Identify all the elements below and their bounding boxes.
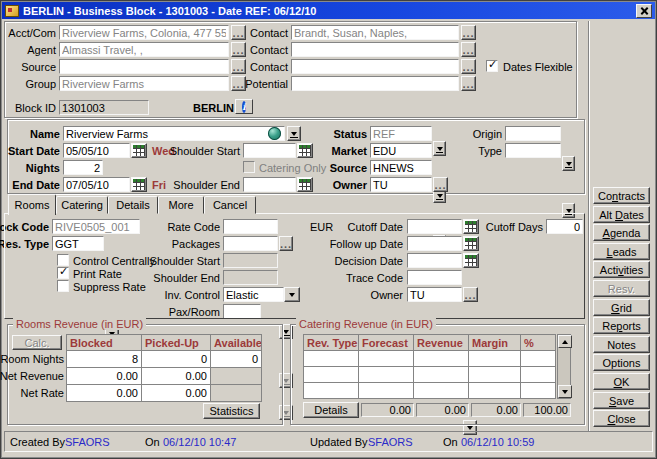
application-icon <box>5 5 19 17</box>
details-button[interactable]: Details <box>303 402 359 418</box>
market-input[interactable] <box>370 143 432 158</box>
shoulder-start-calendar-button[interactable] <box>297 143 313 158</box>
block-id-label: Block ID <box>15 102 56 115</box>
property-info-button[interactable]: i <box>235 99 253 114</box>
contact2-lov-button[interactable]: ... <box>461 42 476 57</box>
scroll-up-button[interactable] <box>558 335 572 348</box>
tab-cancel[interactable]: Cancel <box>204 196 256 214</box>
scroll-down-button[interactable] <box>558 385 572 398</box>
agent-label: Agent <box>27 44 56 57</box>
agenda-button[interactable]: Agenda <box>593 224 650 241</box>
catering-table-scrollbar[interactable] <box>557 334 571 399</box>
block-source-label: Source <box>330 162 367 175</box>
activities-button[interactable]: Activities <box>593 261 650 278</box>
statistics-button[interactable]: Statistics <box>203 403 260 419</box>
tab-catering[interactable]: Catering <box>56 196 108 214</box>
ellipsis-icon: ... <box>232 47 244 53</box>
type-label: Type <box>478 145 502 158</box>
net-rate-picked-up-cell[interactable]: 0.00 <box>142 385 210 401</box>
end-date-calendar-button[interactable] <box>131 177 147 192</box>
tab-rooms[interactable]: Rooms <box>8 194 56 215</box>
rooms-tab-panel <box>4 213 585 319</box>
created-on-label: On <box>145 436 160 449</box>
name-input[interactable] <box>63 126 285 141</box>
room-nights-row-label: Room Nights <box>0 353 64 366</box>
block-owner-input[interactable] <box>370 177 432 192</box>
group-input[interactable] <box>59 76 229 91</box>
column-header-revenue: Revenue <box>414 335 468 350</box>
tab-details[interactable]: Details <box>108 196 158 214</box>
name-list-button[interactable] <box>287 126 301 141</box>
start-date-calendar-button[interactable] <box>131 143 147 158</box>
room-nights-blocked-cell[interactable]: 8 <box>67 351 141 367</box>
ok-button[interactable]: OK <box>593 373 650 390</box>
net-revenue-blocked-cell[interactable]: 0.00 <box>67 368 141 384</box>
window-title: BERLIN - Business Block - 1301003 - Date… <box>23 5 316 17</box>
source-input[interactable] <box>59 59 229 74</box>
acct-com-lov-button[interactable]: ... <box>231 25 246 40</box>
contact3-lov-button[interactable]: ... <box>461 59 476 74</box>
save-button[interactable]: Save <box>593 392 650 409</box>
catering-cell <box>469 367 520 382</box>
agent-lov-button[interactable]: ... <box>231 42 246 57</box>
updated-on-value: 06/12/10 10:59 <box>461 436 534 449</box>
type-input[interactable] <box>505 143 561 158</box>
source-lov-button[interactable]: ... <box>231 59 246 74</box>
window-close-button[interactable] <box>636 4 652 18</box>
shoulder-end-calendar-button[interactable] <box>297 177 313 192</box>
leads-button[interactable]: Leads <box>593 243 650 260</box>
block-id-field <box>59 100 149 115</box>
title-bar: BERLIN - Business Block - 1301003 - Date… <box>2 2 655 19</box>
status-input[interactable] <box>370 126 432 141</box>
tab-more[interactable]: More <box>158 196 204 214</box>
block-owner-lov-button[interactable]: ... <box>433 177 448 192</box>
property-name: BERLIN <box>193 102 234 115</box>
nights-input[interactable] <box>63 160 103 175</box>
potential-label: Potential <box>245 78 288 91</box>
catering-cell <box>359 367 413 382</box>
grid-button[interactable]: Grid <box>593 299 650 316</box>
contact2-input[interactable] <box>291 42 459 57</box>
close-button[interactable]: Close <box>593 410 650 427</box>
globe-icon <box>268 127 281 140</box>
dates-flexible-checkbox[interactable] <box>486 60 498 72</box>
rooms-revenue-table: Blocked Picked-Up Available 8 0 0 0.00 0… <box>66 334 262 402</box>
end-date-label: End Date <box>12 179 60 192</box>
column-header-picked-up: Picked-Up <box>142 335 210 350</box>
reports-button[interactable]: Reports <box>593 317 650 334</box>
group-lov-button[interactable]: ... <box>231 76 246 91</box>
potential-input[interactable] <box>291 76 459 91</box>
alt-dates-button[interactable]: Alt Dates <box>593 206 650 223</box>
agent-input[interactable] <box>59 42 229 57</box>
start-date-input[interactable] <box>63 143 130 158</box>
ellipsis-icon: ... <box>434 182 446 188</box>
net-revenue-picked-up-cell[interactable]: 0.00 <box>142 368 210 384</box>
origin-lov-button[interactable] <box>562 156 575 171</box>
ellipsis-icon: ... <box>462 81 474 87</box>
block-source-input[interactable] <box>370 160 432 175</box>
status-lov-button[interactable] <box>433 141 446 156</box>
net-rate-blocked-cell[interactable]: 0.00 <box>67 385 141 401</box>
ellipsis-icon: ... <box>232 81 244 87</box>
contact3-input[interactable] <box>291 59 459 74</box>
catering-only-label: Catering Only <box>259 162 326 175</box>
shoulder-end-input[interactable] <box>243 177 296 192</box>
column-header-available: Available <box>211 335 261 350</box>
ellipsis-icon: ... <box>232 30 244 36</box>
catering-cell <box>304 383 358 398</box>
contact1-lov-button[interactable]: ... <box>461 25 476 40</box>
catering-cell <box>521 383 555 398</box>
potential-lov-button[interactable]: ... <box>461 76 476 91</box>
acct-com-input[interactable] <box>59 25 229 40</box>
market-label: Market <box>332 145 367 158</box>
room-nights-picked-up-cell[interactable]: 0 <box>142 351 210 367</box>
end-date-input[interactable] <box>63 177 130 192</box>
options-button[interactable]: Options <box>593 354 650 371</box>
name-label: Name <box>30 128 60 141</box>
contracts-button[interactable]: Contracts <box>593 187 650 204</box>
contact1-input[interactable] <box>291 25 459 40</box>
room-nights-available-cell: 0 <box>211 351 261 367</box>
shoulder-start-input[interactable] <box>243 143 296 158</box>
notes-button[interactable]: Notes <box>593 336 650 353</box>
origin-input[interactable] <box>505 126 561 141</box>
